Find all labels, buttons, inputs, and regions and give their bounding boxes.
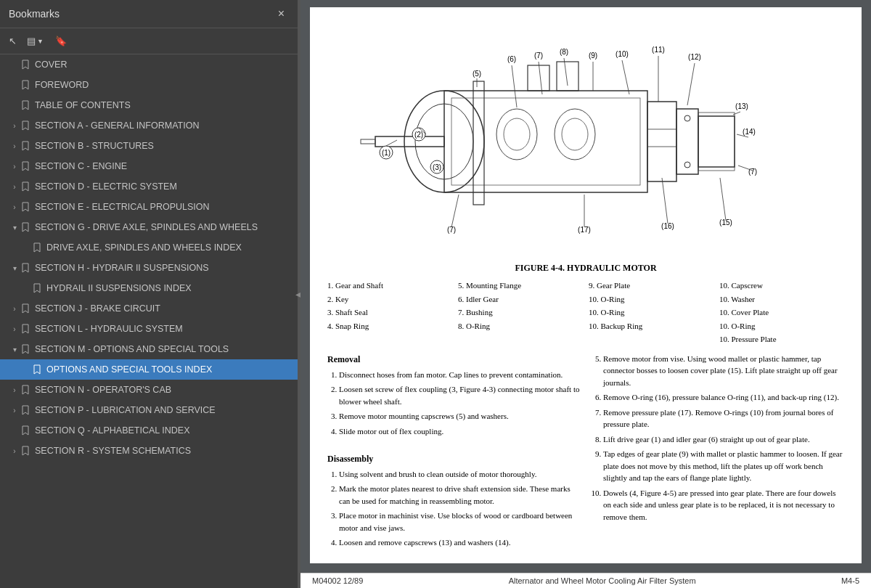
- bookmark-icon-section_d: [20, 181, 30, 192]
- expand-all-icon: ▤: [27, 36, 36, 46]
- part-7: 7. Bushing: [458, 306, 583, 319]
- bookmark-label-section_r: SECTION R - SYSTEM SCHEMATICS: [35, 445, 292, 457]
- part-10g: 10. O-Ring: [719, 320, 844, 332]
- svg-text:(8): (8): [560, 48, 568, 56]
- bookmarks-header: Bookmarks ×: [0, 0, 298, 28]
- pdf-page: (1) (2) (3) (5) (6) (7): [310, 7, 862, 563]
- bookmark-item-hydrail_index[interactable]: HYDRAIL II SUSPENSIONS INDEX: [0, 278, 298, 298]
- bookmark-item-section_r[interactable]: ›SECTION R - SYSTEM SCHEMATICS: [0, 441, 298, 461]
- bookmark-item-drive_axle_index[interactable]: DRIVE AXLE, SPINDLES AND WHEELS INDEX: [0, 237, 298, 258]
- removal-step-8: Lift drive gear (1) and idler gear (6) s…: [603, 433, 844, 446]
- footer-left: M04002 12/89: [312, 576, 363, 585]
- main-content-columns: Removal Disconnect hoses from fan motor.…: [327, 353, 844, 552]
- bookmark-icon-section_n: [20, 385, 30, 395]
- expand-arrow-section_c[interactable]: ›: [9, 163, 20, 171]
- bookmark-icon-section_r: [20, 446, 30, 456]
- removal-step-3: Remove motor mounting capscrews (5) and …: [339, 410, 580, 422]
- close-bookmarks-button[interactable]: ×: [274, 6, 289, 22]
- bookmark-label-section_n: SECTION N - OPERATOR'S CAB: [35, 384, 292, 396]
- bookmark-icon-toc: [20, 100, 30, 110]
- expand-arrow-section_m[interactable]: ▾: [9, 346, 20, 354]
- bookmark-icon-section_g: [20, 222, 30, 232]
- bookmark-item-foreword[interactable]: FOREWORD: [0, 75, 298, 95]
- expand-arrow-section_l[interactable]: ›: [9, 325, 20, 333]
- bookmark-icon-section_q: [20, 425, 30, 436]
- bookmark-item-options_index[interactable]: OPTIONS AND SPECIAL TOOLS INDEX: [0, 359, 298, 380]
- removal-title: Removal: [327, 353, 580, 366]
- expand-all-button[interactable]: ▤ ▼: [23, 33, 48, 49]
- expand-arrow-section_a[interactable]: ›: [9, 122, 20, 130]
- disassembly-step-1: Using solvent and brush to clean outside…: [339, 468, 580, 481]
- expand-arrow-section_d[interactable]: ›: [9, 183, 20, 191]
- bookmark-icon-section_h: [20, 263, 30, 273]
- part-10f: 10. Backup Ring: [589, 320, 713, 332]
- pdf-footer: M04002 12/89 Alternator and Wheel Motor …: [300, 573, 871, 588]
- bookmark-label-section_j: SECTION J - BRAKE CIRCUIT: [35, 303, 292, 314]
- svg-text:(10): (10): [616, 50, 629, 58]
- bookmark-item-section_l[interactable]: ›SECTION L - HYDRAULIC SYSTEM: [0, 319, 298, 339]
- bookmark-icon-section_a: [20, 121, 30, 131]
- expand-arrow-section_g[interactable]: ▾: [9, 224, 20, 232]
- disassembly-title: Disassembly: [327, 452, 580, 465]
- bookmark-item-section_a[interactable]: ›SECTION A - GENERAL INFORMATION: [0, 115, 298, 136]
- bookmark-item-section_e[interactable]: ›SECTION E - ELECTRICAL PROPULSION: [0, 197, 298, 217]
- expand-arrow-section_p[interactable]: ›: [9, 407, 20, 415]
- part-8: 8. O-Ring: [458, 320, 583, 332]
- removal-step-7: Remove pressure plate (17). Remove O-rin…: [603, 407, 844, 430]
- parts-legend: 1. Gear and Shaft 5. Mounting Flange 9. …: [327, 279, 844, 346]
- pdf-panel: (1) (2) (3) (5) (6) (7): [300, 0, 871, 588]
- svg-text:(7): (7): [534, 52, 543, 60]
- expand-arrow-section_j[interactable]: ›: [9, 305, 20, 313]
- bookmark-label-section_m: SECTION M - OPTIONS AND SPECIAL TOOLS: [35, 343, 292, 355]
- expand-arrow-section_r[interactable]: ›: [9, 447, 20, 455]
- part-10h: 10. Pressure Plate: [719, 333, 844, 346]
- part-3: 3. Shaft Seal: [327, 306, 452, 319]
- bookmark-label-section_e: SECTION E - ELECTRICAL PROPULSION: [35, 201, 292, 213]
- bookmark-icon: 🔖: [55, 36, 67, 46]
- bookmark-item-section_b[interactable]: ›SECTION B - STRUCTURES: [0, 136, 298, 156]
- part-5: 5. Mounting Flange: [458, 279, 583, 292]
- bookmark-item-section_g[interactable]: ▾SECTION G - DRIVE AXLE, SPINDLES AND WH…: [0, 217, 298, 237]
- part-9: 9. Gear Plate: [589, 279, 713, 292]
- bookmark-icon-section_p: [20, 405, 30, 415]
- diagram-area: (1) (2) (3) (5) (6) (7): [327, 22, 844, 257]
- bookmark-item-section_n[interactable]: ›SECTION N - OPERATOR'S CAB: [0, 380, 298, 400]
- bookmark-item-section_j[interactable]: ›SECTION J - BRAKE CIRCUIT: [0, 298, 298, 319]
- expand-arrow-section_n[interactable]: ›: [9, 386, 20, 394]
- bookmark-icon-hydrail_index: [32, 283, 42, 293]
- left-column: Removal Disconnect hoses from fan motor.…: [327, 353, 580, 552]
- bookmark-icon-cover: [20, 60, 30, 70]
- expand-arrow-section_b[interactable]: ›: [9, 142, 20, 150]
- figure-caption: FIGURE 4-4. HYDRAULIC MOTOR: [327, 263, 844, 274]
- bookmark-item-toc[interactable]: TABLE OF CONTENTS: [0, 95, 298, 115]
- footer-center: Alternator and Wheel Motor Cooling Air F…: [509, 576, 696, 585]
- bookmark-item-cover[interactable]: COVER: [0, 54, 298, 75]
- bookmark-item-section_c[interactable]: ›SECTION C - ENGINE: [0, 156, 298, 176]
- bookmark-label-section_h: SECTION H - HYDRAIR II SUSPENSIONS: [35, 262, 292, 274]
- bookmark-icon-section_m: [20, 344, 30, 354]
- disassembly-steps-list: Using solvent and brush to clean outside…: [327, 468, 580, 549]
- part-10e: 10. Cover Plate: [719, 306, 844, 319]
- bookmark-item-section_p[interactable]: ›SECTION P - LUBRICATION AND SERVICE: [0, 400, 298, 420]
- part-6: 6. Idler Gear: [458, 293, 583, 306]
- part-10b: 10. O-Ring: [589, 293, 713, 306]
- bookmark-label-drive_axle_index: DRIVE AXLE, SPINDLES AND WHEELS INDEX: [46, 242, 292, 253]
- removal-step-1: Disconnect hoses from fan motor. Cap lin…: [339, 369, 580, 381]
- disassembly-step-2: Mark the motor plates nearest to drive s…: [339, 483, 580, 507]
- bookmark-label-toc: TABLE OF CONTENTS: [35, 99, 292, 111]
- svg-text:(14): (14): [743, 128, 756, 136]
- bookmark-label-section_b: SECTION B - STRUCTURES: [35, 140, 292, 152]
- svg-text:(6): (6): [507, 55, 516, 63]
- bookmark-icon-foreword: [20, 80, 30, 90]
- bookmark-item-section_m[interactable]: ▾SECTION M - OPTIONS AND SPECIAL TOOLS: [0, 339, 298, 359]
- removal-steps-list: Disconnect hoses from fan motor. Cap lin…: [327, 369, 580, 438]
- bookmark-button[interactable]: 🔖: [51, 33, 71, 49]
- bookmark-icon-options_index: [32, 364, 42, 375]
- expand-arrow-section_e[interactable]: ›: [9, 203, 20, 211]
- bookmark-item-section_q[interactable]: SECTION Q - ALPHABETICAL INDEX: [0, 420, 298, 441]
- removal-step-10: Dowels (4, Figure 4-5) are pressed into …: [603, 487, 844, 523]
- part-space2: [458, 333, 583, 346]
- bookmark-item-section_d[interactable]: ›SECTION D - ELECTRIC SYSTEM: [0, 176, 298, 197]
- bookmark-item-section_h[interactable]: ▾SECTION H - HYDRAIR II SUSPENSIONS: [0, 258, 298, 278]
- expand-arrow-section_h[interactable]: ▾: [9, 264, 20, 272]
